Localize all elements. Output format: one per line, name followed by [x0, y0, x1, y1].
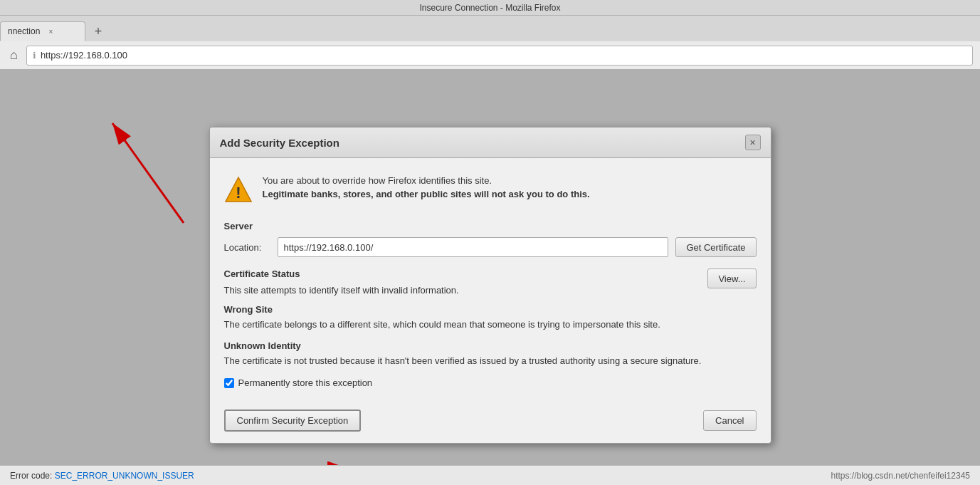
browser-content: Add Security Exception × ! You are about… — [0, 70, 980, 485]
wrong-site-title: Wrong Site — [224, 304, 757, 315]
cancel-button[interactable]: Cancel — [703, 410, 756, 431]
address-bar: ⌂ ℹ https://192.168.0.100 — [0, 41, 980, 70]
location-input[interactable] — [278, 237, 669, 257]
warning-line1: You are about to override how Firefox id… — [263, 175, 590, 186]
location-row: Location: Get Certificate — [224, 237, 757, 257]
issues-section: Wrong Site The certificate belongs to a … — [224, 304, 757, 367]
url-field[interactable]: ℹ https://192.168.0.100 — [26, 46, 973, 66]
unknown-identity-title: Unknown Identity — [224, 340, 757, 351]
view-certificate-button[interactable]: View... — [707, 268, 756, 288]
cert-status-left: Certificate Status This site attempts to… — [224, 268, 459, 296]
tab-close-button[interactable]: × — [46, 26, 56, 36]
modal-header: Add Security Exception × — [210, 127, 771, 158]
modal-title: Add Security Exception — [220, 137, 339, 149]
window-title: Insecure Connection - Mozilla Firefox — [419, 3, 560, 13]
url-text: https://192.168.0.100 — [41, 50, 127, 61]
tab-label: nnection — [8, 26, 40, 36]
confirm-security-exception-button[interactable]: Confirm Security Exception — [224, 410, 362, 432]
error-code-row: Error code: SEC_ERROR_UNKNOWN_ISSUER — [10, 471, 194, 481]
warning-text: You are about to override how Firefox id… — [263, 175, 590, 202]
cert-status-description: This site attempts to identify itself wi… — [224, 285, 459, 296]
wrong-site-description: The certificate belongs to a different s… — [224, 318, 757, 332]
unknown-identity-description: The certificate is not trusted because i… — [224, 354, 757, 368]
tab-bar: nnection × + — [0, 16, 980, 41]
server-section: Server Location: Get Certificate — [224, 221, 757, 257]
browser-tab[interactable]: nnection × — [0, 21, 85, 41]
security-info-icon: ℹ — [33, 51, 36, 61]
home-button[interactable]: ⌂ — [7, 45, 21, 66]
warning-banner: ! You are about to override how Firefox … — [224, 170, 757, 209]
permanently-store-label[interactable]: Permanently store this exception — [238, 377, 373, 388]
csdn-attribution: https://blog.csdn.net/chenfeifei12345 — [831, 471, 970, 481]
error-code-link[interactable]: SEC_ERROR_UNKNOWN_ISSUER — [55, 471, 194, 481]
title-bar: Insecure Connection - Mozilla Firefox — [0, 0, 980, 16]
modal-body: ! You are about to override how Firefox … — [210, 158, 771, 410]
server-section-title: Server — [224, 221, 757, 231]
error-prefix: Error code: — [10, 471, 55, 481]
modal-footer: Confirm Security Exception Cancel — [210, 410, 771, 443]
get-certificate-button[interactable]: Get Certificate — [675, 237, 756, 257]
cert-status-title: Certificate Status — [224, 268, 459, 279]
location-label: Location: — [224, 242, 270, 253]
warning-triangle-icon: ! — [224, 175, 253, 204]
warning-line2: Legitimate banks, stores, and other publ… — [263, 189, 590, 199]
certificate-status-section: Certificate Status This site attempts to… — [224, 268, 757, 367]
permanently-store-checkbox[interactable] — [224, 378, 234, 388]
modal-close-button[interactable]: × — [745, 135, 761, 150]
svg-text:!: ! — [236, 184, 241, 202]
cert-header-row: Certificate Status This site attempts to… — [224, 268, 757, 296]
status-bar: Error code: SEC_ERROR_UNKNOWN_ISSUER htt… — [0, 465, 980, 485]
modal-overlay: Add Security Exception × ! You are about… — [0, 70, 980, 485]
new-tab-button[interactable]: + — [88, 21, 108, 41]
permanently-store-row: Permanently store this exception — [224, 377, 757, 388]
security-exception-dialog: Add Security Exception × ! You are about… — [209, 127, 771, 444]
